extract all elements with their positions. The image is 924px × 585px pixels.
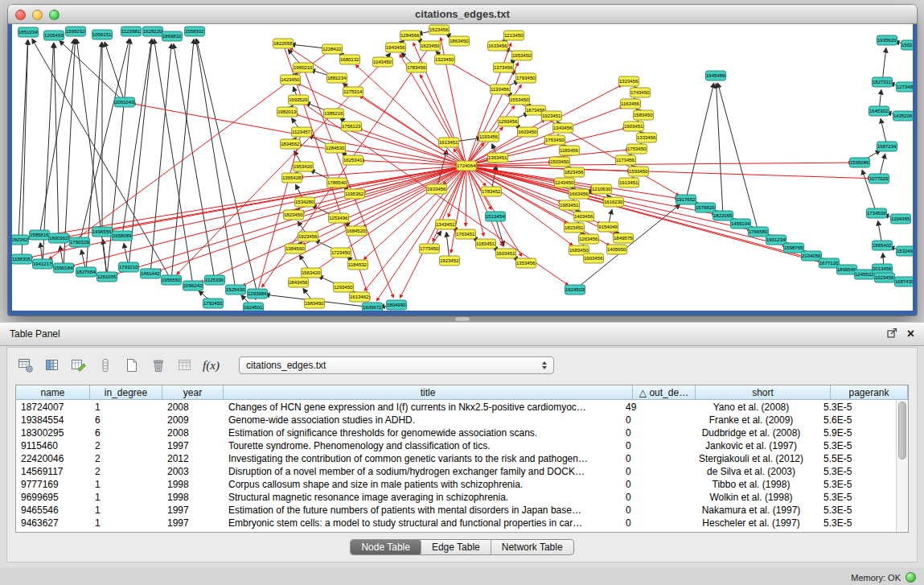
table-row[interactable]: 1456911722003Disruption of a novel membe… [16, 465, 896, 478]
graph-node[interactable]: 16162301 [603, 197, 624, 208]
graph-node[interactable]: 11434501 [372, 57, 393, 68]
graph-node[interactable]: 12845301 [325, 143, 346, 154]
graph-node[interactable]: 15134549 [485, 212, 506, 222]
graph-node[interactable]: 18434561 [288, 278, 309, 288]
graph-node[interactable]: 12134501 [503, 31, 524, 41]
graph-node[interactable]: 19434561 [385, 43, 406, 53]
graph-node[interactable]: 18234501 [283, 210, 304, 220]
table-row[interactable]: 1830029562008Estimation of significance … [16, 426, 896, 439]
graph-node[interactable]: 13234561 [618, 76, 639, 87]
graph-node[interactable]: 18812341 [326, 73, 347, 84]
splitter-handle[interactable] [455, 317, 470, 321]
tab-node-table[interactable]: Node Table [351, 540, 421, 554]
graph-node[interactable]: 20962425 [183, 281, 203, 291]
table-row[interactable]: 946554611997Estimation of the future num… [16, 504, 896, 517]
graph-node[interactable]: 17561231 [341, 122, 362, 132]
network-table-select[interactable]: citations_edges.txt [239, 356, 554, 374]
graph-node[interactable]: 11734561 [615, 155, 636, 166]
graph-node[interactable]: 12845661 [400, 31, 421, 41]
graph-node[interactable]: 15934501 [628, 167, 649, 177]
graph-node[interactable]: 10561512 [92, 30, 113, 40]
graph-node[interactable]: 15858161 [29, 230, 50, 241]
graph-node[interactable]: 14614421 [140, 269, 161, 279]
column-header-1[interactable]: in_degree [90, 385, 162, 399]
graph-node[interactable]: 11239812 [121, 27, 142, 37]
close-button[interactable] [15, 10, 26, 20]
graph-node[interactable]: 16034501 [517, 127, 538, 138]
close-panel-icon[interactable]: × [907, 329, 914, 339]
zoom-button[interactable] [49, 10, 60, 20]
graph-node[interactable]: 16935201 [288, 95, 309, 105]
tab-edge-table[interactable]: Edge Table [421, 540, 491, 554]
graph-node[interactable]: 17634511 [455, 229, 476, 240]
graph-node[interactable]: 18495756 [613, 233, 634, 244]
graph-node[interactable]: 13234501 [434, 55, 455, 65]
graph-node[interactable]: 19234521 [439, 256, 460, 266]
graph-node[interactable]: 11253361 [204, 275, 225, 286]
graph-node[interactable]: 19334561 [426, 184, 447, 195]
graph-node[interactable]: 17924501 [203, 299, 224, 309]
table-row[interactable]: 2242004622012Investigating the contribut… [16, 452, 896, 465]
graph-node[interactable]: 19412175 [32, 259, 53, 270]
graph-node[interactable]: 19602101 [293, 63, 314, 73]
graph-node[interactable]: 17434501 [630, 88, 651, 98]
function-builder-button[interactable]: f(x) [199, 354, 223, 377]
graph-node[interactable]: 18276840 [76, 267, 97, 278]
graph-node[interactable]: 11934561 [478, 132, 499, 142]
scrollbar-thumb[interactable] [898, 402, 906, 459]
delete-button[interactable] [146, 354, 170, 377]
graph-node[interactable]: 14352061 [893, 111, 913, 122]
graph-node[interactable]: 20610438 [114, 97, 135, 108]
graph-node[interactable]: 12106301 [591, 184, 612, 195]
column-header-4[interactable]: △ out_de… [633, 385, 696, 399]
graph-node[interactable]: 17834561 [406, 63, 427, 73]
graph-node[interactable]: 14034561 [573, 212, 594, 222]
table-row[interactable]: 1938455462009Genome-wide association stu… [16, 414, 896, 426]
graph-node[interactable]: 19534201 [293, 162, 314, 172]
graph-node[interactable]: 17932103 [118, 262, 139, 273]
graph-node[interactable]: 12753141 [343, 87, 363, 97]
tab-network-table[interactable]: Network Table [491, 540, 573, 554]
graph-node[interactable]: 19234561 [298, 232, 318, 242]
graph-node[interactable]: 15950324 [65, 27, 86, 37]
column-header-6[interactable]: pagerank [831, 385, 908, 399]
graph-node[interactable]: 11834561 [559, 146, 580, 156]
graph-node[interactable]: 15342801 [294, 197, 315, 208]
graph-node[interactable]: 12934561 [498, 117, 519, 127]
graph-node[interactable]: 17865401 [326, 178, 347, 188]
column-header-5[interactable]: short [696, 385, 831, 399]
graph-node[interactable]: 18654021 [872, 241, 893, 251]
graph-node[interactable]: 13852161 [323, 109, 344, 119]
column-header-3[interactable]: title [224, 385, 633, 399]
graph-node[interactable]: 17234501 [331, 248, 351, 258]
graph-node[interactable]: 12043651 [890, 214, 911, 225]
graph-node[interactable]: 16845201 [346, 226, 367, 237]
graph-node[interactable]: 10770291 [869, 174, 889, 184]
graph-node[interactable]: 17934501 [515, 73, 536, 84]
table-row[interactable]: 911546021997Tourette syndrome. Phenomeno… [16, 439, 896, 452]
table-rows-button[interactable] [93, 354, 117, 377]
graph-node[interactable]: 9154049 [598, 222, 618, 233]
graph-node[interactable]: 19356201 [877, 35, 897, 46]
graph-node[interactable]: 13334561 [636, 133, 657, 143]
graph-node[interactable]: 11334561 [490, 84, 511, 95]
graph-node[interactable]: 18510349 [18, 27, 39, 38]
graph-node[interactable]: 11583051 [12, 254, 32, 265]
graph-node[interactable]: 16234501 [420, 41, 441, 51]
graph-node[interactable]: 17734501 [419, 244, 440, 254]
graph-node[interactable]: 13654281 [281, 173, 302, 183]
graph-node[interactable]: 16580899 [112, 231, 133, 241]
graph-node[interactable]: 15950861 [849, 158, 870, 168]
graph-node[interactable]: 18049901 [386, 300, 407, 311]
graph-node[interactable]: 16634561 [569, 189, 589, 200]
graph-node[interactable]: 16334561 [487, 41, 508, 51]
table-row[interactable]: 977716911998Corpus callosum shape and si… [16, 478, 896, 491]
graph-node[interactable]: 20603625 [12, 235, 29, 245]
graph-node[interactable]: 14234501 [280, 75, 301, 85]
graph-node[interactable]: 15324961 [896, 246, 913, 257]
graph-node[interactable]: 12534961 [328, 213, 349, 224]
network-canvas[interactable]: 1851034912054935159503241056151211239812… [12, 24, 913, 311]
graph-node[interactable]: 12054935 [43, 31, 64, 41]
graph-node[interactable]: 12634561 [578, 234, 599, 245]
graph-node[interactable]: 15901845 [53, 263, 74, 274]
